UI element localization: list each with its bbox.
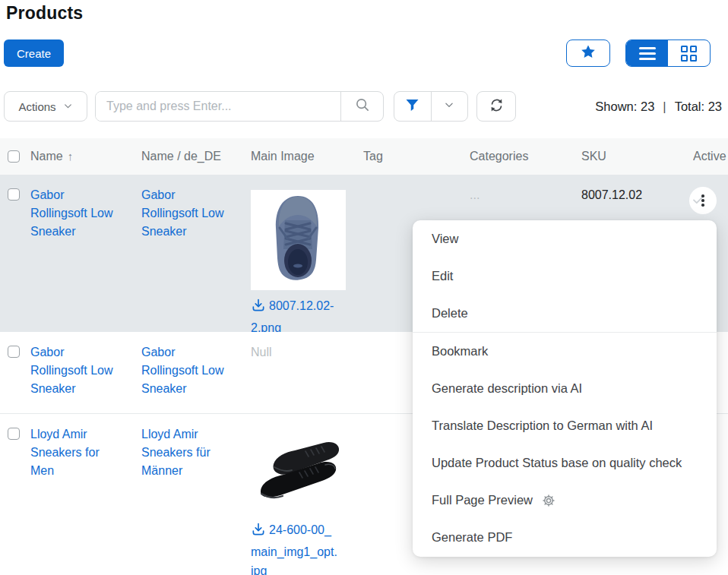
- sort-ascending-icon[interactable]: ↑: [68, 150, 74, 163]
- product-image[interactable]: [251, 190, 346, 290]
- context-menu: View Edit Delete Bookmark Generate descr…: [413, 220, 717, 557]
- row-checkbox[interactable]: [8, 428, 20, 440]
- search-input[interactable]: [96, 92, 340, 121]
- product-name-de-link[interactable]: Lloyd Amir Sneakers für Männer: [141, 425, 231, 480]
- menu-item-view[interactable]: View: [413, 220, 717, 257]
- page-title: Products: [6, 3, 83, 24]
- chevron-down-icon: [444, 100, 454, 113]
- star-icon: [580, 43, 597, 63]
- total-count: Total: 23: [675, 100, 722, 114]
- count-separator: |: [663, 100, 666, 114]
- search-group: [95, 91, 384, 122]
- grid-view-button[interactable]: [668, 40, 710, 66]
- table-header: Name↑ Name / de_DE Main Image Tag Catego…: [0, 138, 728, 175]
- toolbar: Actions: [0, 91, 728, 122]
- menu-item-edit[interactable]: Edit: [413, 257, 717, 295]
- shown-count: Shown: 23: [595, 100, 654, 114]
- refresh-icon: [489, 97, 505, 116]
- select-all-checkbox[interactable]: [8, 150, 20, 163]
- create-button[interactable]: Create: [4, 39, 64, 67]
- row-checkbox[interactable]: [8, 346, 20, 358]
- menu-item-bookmark[interactable]: Bookmark: [413, 333, 717, 370]
- product-name-de-link[interactable]: Gabor Rollingsoft Low Sneaker: [141, 343, 231, 398]
- menu-item-generate-description[interactable]: Generate description via AI: [413, 370, 717, 407]
- chevron-down-icon: [63, 100, 73, 113]
- view-toggle: [625, 39, 711, 67]
- download-icon: [251, 522, 266, 542]
- products-page: Products Create Actions: [0, 0, 728, 575]
- filter-split-button: [394, 91, 468, 122]
- product-name-link[interactable]: Lloyd Amir Sneakers for Men: [30, 425, 120, 480]
- product-name-link[interactable]: Gabor Rollingsoft Low Sneaker: [30, 343, 120, 398]
- column-header-sku[interactable]: SKU: [581, 150, 693, 163]
- menu-item-generate-pdf[interactable]: Generate PDF: [413, 519, 717, 556]
- sku-value: 8007.12.02: [581, 175, 693, 204]
- row-actions-button[interactable]: [689, 187, 717, 214]
- column-header-name[interactable]: Name↑: [30, 150, 141, 163]
- product-name-link[interactable]: Gabor Rollingsoft Low Sneaker: [30, 186, 120, 241]
- menu-item-full-page-preview[interactable]: Full Page Preview: [413, 482, 717, 519]
- search-button[interactable]: [340, 92, 383, 121]
- menu-item-update-product-status[interactable]: Update Product Status base on quality ch…: [413, 444, 717, 482]
- menu-item-translate-description[interactable]: Translate Description to German with AI: [413, 407, 717, 444]
- column-header-name-de[interactable]: Name / de_DE: [141, 150, 251, 163]
- kebab-menu-icon: [701, 194, 704, 207]
- column-header-categories[interactable]: Categories: [470, 150, 581, 163]
- list-view-button[interactable]: [626, 40, 668, 66]
- list-view-icon: [639, 47, 656, 60]
- refresh-button[interactable]: [476, 91, 516, 122]
- image-download-link[interactable]: 8007.12.02-2.png: [251, 296, 339, 337]
- result-counts: Shown: 23 | Total: 23: [595, 91, 722, 122]
- row-checkbox[interactable]: [8, 188, 20, 201]
- column-header-active[interactable]: Active: [693, 150, 728, 163]
- column-header-main-image[interactable]: Main Image: [251, 150, 363, 163]
- menu-item-delete[interactable]: Delete: [413, 295, 717, 332]
- grid-view-icon: [681, 46, 697, 62]
- image-download-link[interactable]: 24-600-00_main_img1_opt.jpg: [251, 520, 339, 575]
- filter-options-button[interactable]: [431, 92, 468, 121]
- product-name-de-link[interactable]: Gabor Rollingsoft Low Sneaker: [141, 186, 231, 241]
- favorites-button[interactable]: [566, 39, 610, 67]
- column-header-tag[interactable]: Tag: [363, 150, 470, 163]
- download-icon: [251, 298, 266, 318]
- gear-icon: [541, 493, 556, 508]
- search-icon: [354, 96, 371, 116]
- filter-funnel-icon: [404, 97, 420, 116]
- actions-dropdown[interactable]: Actions: [4, 91, 87, 122]
- main-image-null: Null: [251, 332, 363, 362]
- product-image[interactable]: [251, 433, 346, 514]
- filter-button[interactable]: [394, 92, 431, 121]
- categories-value: ...: [470, 175, 581, 204]
- actions-label: Actions: [18, 100, 55, 113]
